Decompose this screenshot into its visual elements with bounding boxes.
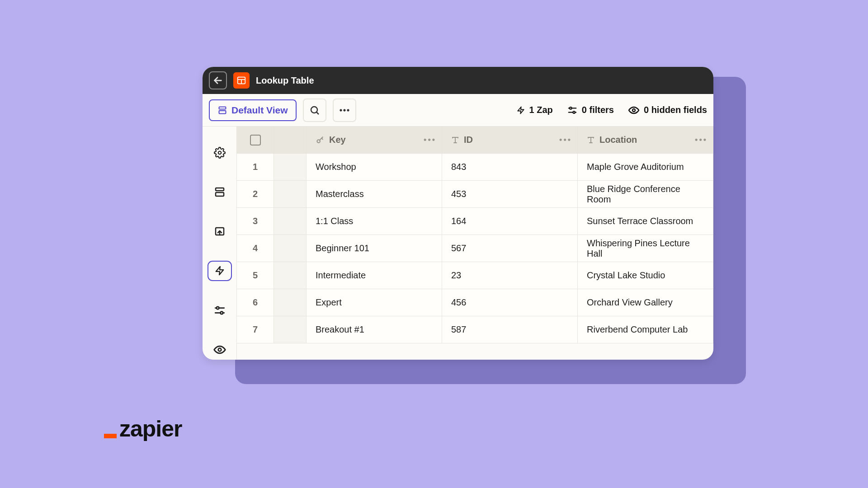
svg-marker-22 <box>216 267 223 275</box>
column-actions-key[interactable]: ••• <box>424 135 436 145</box>
svg-line-7 <box>316 112 319 114</box>
zap-count[interactable]: 1 Zap <box>517 105 553 115</box>
sidebar-import[interactable] <box>208 221 232 242</box>
cell-key[interactable]: Intermediate <box>307 262 442 289</box>
view-icon <box>214 187 225 197</box>
table-row[interactable]: 2Masterclass453Blue Ridge Conference Roo… <box>237 181 713 208</box>
zapier-underscore-icon <box>104 434 117 438</box>
filters-count[interactable]: 0 filters <box>567 105 614 115</box>
arrow-left-icon <box>213 75 223 85</box>
table-row[interactable]: 4Beginner 101567Whispering Pines Lecture… <box>237 235 713 262</box>
svg-rect-4 <box>219 107 226 109</box>
svg-rect-5 <box>219 110 226 113</box>
row-number: 4 <box>237 235 274 262</box>
table-row[interactable]: 5Intermediate23Crystal Lake Studio <box>237 262 713 289</box>
import-icon <box>214 226 225 237</box>
search-button[interactable] <box>303 99 326 122</box>
row-number: 7 <box>237 316 274 343</box>
table-row[interactable]: 7Breakout #1587Riverbend Computer Lab <box>237 316 713 343</box>
table-row[interactable]: 6Expert456Orchard View Gallery <box>237 289 713 316</box>
sidebar-hide-fields[interactable] <box>208 339 232 360</box>
svg-point-17 <box>218 151 221 155</box>
select-all-header <box>237 127 274 154</box>
sidebar <box>203 127 237 360</box>
text-icon <box>451 136 459 144</box>
hidden-fields-count-label: 0 hidden fields <box>644 105 707 115</box>
column-actions-id[interactable]: ••• <box>559 135 572 145</box>
column-actions-location[interactable]: ••• <box>695 135 708 145</box>
row-number: 1 <box>237 154 274 181</box>
back-button[interactable] <box>209 71 227 89</box>
sidebar-filter[interactable] <box>208 300 232 320</box>
app-window: Lookup Table Default View 1 Zap 0 filter… <box>203 67 713 360</box>
row-number: 6 <box>237 289 274 316</box>
cell-key[interactable]: Beginner 101 <box>307 235 442 262</box>
svg-point-10 <box>347 109 349 111</box>
table-header-row: Key ••• ID ••• Location ••• <box>237 127 713 154</box>
bolt-icon <box>517 106 525 114</box>
sidebar-views[interactable] <box>208 182 232 202</box>
cell-location[interactable]: Whispering Pines Lecture Hall <box>578 235 713 262</box>
key-icon <box>316 136 325 145</box>
cell-location[interactable]: Sunset Terrace Classroom <box>578 208 713 235</box>
cell-id[interactable]: 453 <box>442 181 578 208</box>
cell-id[interactable]: 23 <box>442 262 578 289</box>
svg-marker-11 <box>518 107 524 113</box>
svg-point-14 <box>570 107 572 109</box>
gear-icon <box>214 147 226 159</box>
toolbar: Default View 1 Zap 0 filters 0 hidden fi… <box>203 94 713 127</box>
table-row[interactable]: 1Workshop843Maple Grove Auditorium <box>237 154 713 181</box>
view-icon <box>218 106 227 115</box>
row-number: 5 <box>237 262 274 289</box>
eye-icon <box>213 345 226 354</box>
svg-point-26 <box>220 311 222 314</box>
text-icon <box>587 136 595 144</box>
row-handle[interactable] <box>274 289 307 316</box>
cell-location[interactable]: Riverbend Computer Lab <box>578 316 713 343</box>
more-button[interactable] <box>333 99 356 122</box>
cell-location[interactable]: Maple Grove Auditorium <box>578 154 713 181</box>
column-header-id[interactable]: ID ••• <box>442 127 578 154</box>
cell-key[interactable]: Workshop <box>307 154 442 181</box>
cell-location[interactable]: Orchard View Gallery <box>578 289 713 316</box>
column-header-key[interactable]: Key ••• <box>307 127 442 154</box>
table-row[interactable]: 31:1 Class164Sunset Terrace Classroom <box>237 208 713 235</box>
cell-id[interactable]: 456 <box>442 289 578 316</box>
row-handle[interactable] <box>274 208 307 235</box>
svg-line-30 <box>321 138 323 139</box>
cell-id[interactable]: 567 <box>442 235 578 262</box>
cell-location[interactable]: Blue Ridge Conference Room <box>578 181 713 208</box>
svg-rect-19 <box>216 192 224 196</box>
cell-key[interactable]: Breakout #1 <box>307 316 442 343</box>
svg-point-16 <box>632 109 635 112</box>
cell-location[interactable]: Crystal Lake Studio <box>578 262 713 289</box>
toolbar-right: 1 Zap 0 filters 0 hidden fields <box>517 105 707 115</box>
cell-id[interactable]: 843 <box>442 154 578 181</box>
zap-count-label: 1 Zap <box>529 105 553 115</box>
zapier-logo: zapier <box>104 416 182 442</box>
filters-icon <box>214 306 226 315</box>
row-handle[interactable] <box>274 235 307 262</box>
row-handle-header <box>274 127 307 154</box>
hidden-fields-count[interactable]: 0 hidden fields <box>628 105 707 115</box>
row-handle[interactable] <box>274 154 307 181</box>
table: Key ••• ID ••• Location ••• 1Workshop843… <box>237 127 713 360</box>
cell-key[interactable]: Expert <box>307 289 442 316</box>
cell-id[interactable]: 587 <box>442 316 578 343</box>
row-handle[interactable] <box>274 316 307 343</box>
search-icon <box>309 105 320 116</box>
cell-key[interactable]: Masterclass <box>307 181 442 208</box>
view-selector-label: Default View <box>231 105 288 116</box>
sidebar-settings[interactable] <box>208 143 232 163</box>
table-body: 1Workshop843Maple Grove Auditorium2Maste… <box>237 154 713 343</box>
column-header-location[interactable]: Location ••• <box>578 127 713 154</box>
row-handle[interactable] <box>274 181 307 208</box>
svg-point-15 <box>573 111 575 113</box>
select-all-checkbox[interactable] <box>250 135 261 145</box>
cell-key[interactable]: 1:1 Class <box>307 208 442 235</box>
sidebar-automations[interactable] <box>208 261 232 282</box>
cell-id[interactable]: 164 <box>442 208 578 235</box>
view-selector[interactable]: Default View <box>209 99 297 121</box>
row-handle[interactable] <box>274 262 307 289</box>
row-number: 2 <box>237 181 274 208</box>
